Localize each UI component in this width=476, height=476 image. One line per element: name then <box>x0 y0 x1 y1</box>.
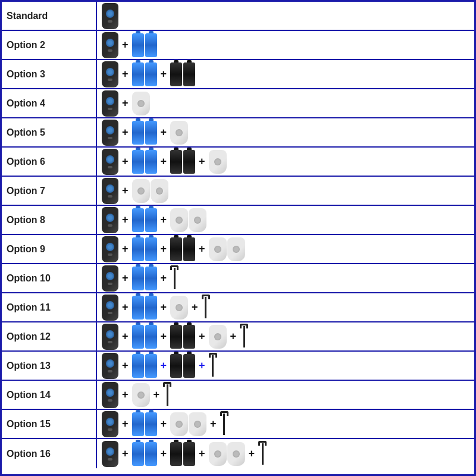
row-label: Option 7 <box>2 177 97 205</box>
plus-sign: + <box>121 418 130 430</box>
row-items: + <box>97 176 474 206</box>
row-items: ++++ <box>97 321 474 352</box>
options-table: StandardOption 2+Option 3++Option 4+Opti… <box>0 0 476 476</box>
table-row: Option 15+++ <box>2 410 474 439</box>
table-row: Standard <box>2 2 474 31</box>
battery-black-pack <box>170 354 195 378</box>
table-row: Option 10++ <box>2 264 474 293</box>
plus-sign: + <box>159 155 168 168</box>
antenna-icon <box>202 295 210 321</box>
plus-sign: + <box>121 126 130 139</box>
table-row: Option 8++ <box>2 206 474 235</box>
row-label: Option 8 <box>2 206 97 234</box>
row-items: + <box>97 30 474 61</box>
row-label: Option 4 <box>2 89 97 117</box>
row-items: ++ <box>97 205 474 236</box>
row-items: +++ <box>97 146 474 177</box>
plus-sign: + <box>121 301 130 314</box>
battery-blue-pack <box>132 354 157 378</box>
plus-sign: + <box>198 155 206 168</box>
table-row: Option 13+++ <box>2 352 474 381</box>
table-row: Option 7+ <box>2 177 474 206</box>
plus-sign: + <box>159 272 168 284</box>
row-items: + <box>97 88 474 119</box>
chime-white-double-icon <box>170 412 206 436</box>
battery-blue-pack <box>132 150 157 174</box>
table-row: Option 16++++ <box>2 439 474 468</box>
chime-white-double-icon <box>170 208 206 232</box>
table-row: Option 2+ <box>2 31 474 60</box>
battery-blue-pack <box>132 208 157 232</box>
battery-blue-pack <box>132 121 157 145</box>
antenna-icon <box>163 382 171 408</box>
antenna-icon <box>209 353 217 379</box>
plus-sign: + <box>121 214 130 226</box>
table-row: Option 11+++ <box>2 293 474 322</box>
row-items: +++ <box>97 292 474 323</box>
chime-white-double-icon <box>132 179 168 203</box>
doorbell-icon <box>102 441 118 467</box>
plus-sign: + <box>121 330 130 343</box>
battery-blue-pack <box>132 237 157 261</box>
doorbell-icon <box>102 236 118 262</box>
row-label: Option 12 <box>2 322 97 350</box>
plus-sign: + <box>159 447 168 460</box>
table-row: Option 9+++ <box>2 235 474 264</box>
plus-sign: + <box>121 272 130 284</box>
row-label: Option 10 <box>2 264 97 292</box>
doorbell-icon <box>102 411 118 437</box>
doorbell-icon <box>102 324 118 350</box>
antenna-icon <box>240 324 248 350</box>
row-items: ++ <box>97 380 474 411</box>
plus-sign: + <box>121 155 130 168</box>
plus-sign: + <box>159 330 168 343</box>
chime-white-icon <box>132 383 150 407</box>
plus-sign: + <box>198 243 206 255</box>
plus-sign: + <box>159 418 168 430</box>
row-label: Option 14 <box>2 381 97 409</box>
battery-blue-pack <box>132 62 157 86</box>
antenna-icon <box>258 441 267 467</box>
plus-sign: + <box>198 447 206 460</box>
plus-sign: + <box>121 39 130 51</box>
chime-white-icon <box>170 296 188 320</box>
plus-sign: + <box>121 447 130 460</box>
row-label: Option 5 <box>2 118 97 146</box>
battery-blue-pack <box>132 296 157 320</box>
row-label: Option 13 <box>2 352 97 380</box>
battery-blue-pack <box>132 442 157 466</box>
battery-blue-pack <box>132 325 157 349</box>
plus-sign: + <box>209 418 218 430</box>
battery-blue-pack <box>132 412 157 436</box>
doorbell-icon <box>102 3 118 29</box>
row-items: ++++ <box>97 439 474 469</box>
plus-sign: + <box>159 126 168 139</box>
plus-sign: + <box>121 243 130 255</box>
row-label: Option 3 <box>2 60 97 88</box>
chime-white-double-icon <box>209 237 245 261</box>
antenna-icon <box>220 411 228 437</box>
battery-blue-pack <box>132 267 157 290</box>
doorbell-icon <box>102 90 118 117</box>
row-label: Option 16 <box>2 439 97 468</box>
doorbell-icon <box>102 382 118 408</box>
row-label: Standard <box>2 2 97 30</box>
plus-sign: + <box>248 447 256 460</box>
battery-black-pack <box>170 237 195 261</box>
table-row: Option 4+ <box>2 89 474 118</box>
row-items: ++ <box>97 117 474 148</box>
doorbell-icon <box>102 61 118 87</box>
row-label: Option 11 <box>2 293 97 321</box>
chime-white-icon <box>170 121 188 145</box>
plus-sign: + <box>152 389 161 401</box>
plus-sign-blue: + <box>198 359 206 372</box>
chime-white-icon <box>209 150 227 174</box>
table-row: Option 3++ <box>2 60 474 89</box>
table-row: Option 12++++ <box>2 322 474 352</box>
doorbell-icon <box>102 207 118 233</box>
plus-sign: + <box>121 97 130 109</box>
row-label: Option 15 <box>2 410 97 438</box>
row-items: ++ <box>97 263 474 294</box>
doorbell-icon <box>102 353 118 379</box>
plus-sign: + <box>121 184 130 197</box>
